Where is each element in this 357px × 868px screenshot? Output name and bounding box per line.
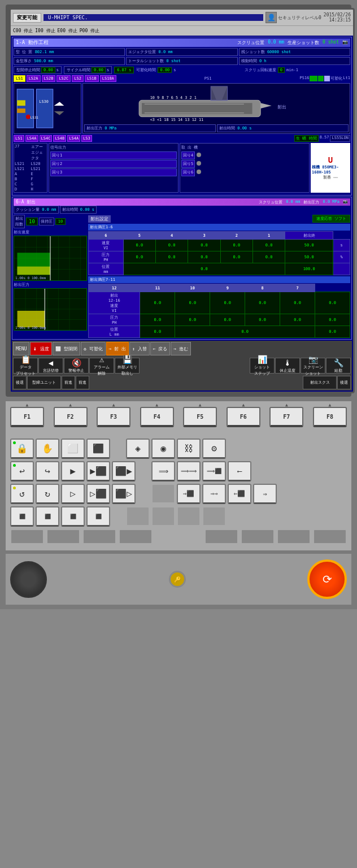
close-btn[interactable]: ⬛ (86, 439, 110, 459)
ph3[interactable]: 0.0 (220, 251, 252, 263)
vi10[interactable]: 0.0 (210, 292, 245, 314)
ls4a2-sec[interactable]: LS4A (67, 135, 80, 142)
back-btn[interactable]: ← 戻る (150, 342, 171, 355)
ph12[interactable]: 0.0 (140, 314, 175, 326)
exchange-btn[interactable]: ↕ 入替 (129, 342, 150, 355)
pos-val[interactable]: 0.0 (123, 263, 285, 275)
ph1[interactable]: 50.0 (285, 251, 333, 263)
ph11[interactable]: 0.0 (175, 314, 210, 326)
lock-btn[interactable]: 🔒 (10, 439, 34, 459)
vi8[interactable]: 0.0 (280, 292, 315, 314)
lang-switch-btn[interactable]: ◀ 言語切替 (38, 358, 63, 374)
ls1-btn[interactable]: LS1 (14, 75, 25, 82)
vi4[interactable]: 0.0 (188, 240, 220, 251)
ls3-sec[interactable]: LS3 (81, 135, 92, 142)
ph6[interactable]: 0.0 (123, 251, 155, 263)
ls2-btn[interactable]: LS2 (72, 75, 84, 82)
vi6[interactable]: 0.0 (123, 240, 155, 251)
blank-nav4[interactable]: ⬛ (86, 506, 110, 527)
double-right-btn[interactable]: ⇒⇒ (202, 484, 226, 504)
sq-play-btn[interactable]: ⬛▷ (112, 484, 136, 504)
f1-key[interactable]: F1 (10, 407, 44, 427)
play-sq-btn[interactable]: ▷⬛ (86, 484, 110, 504)
hand-btn[interactable]: ✋ (36, 439, 59, 459)
play-btn[interactable]: ▶ (61, 461, 85, 481)
ph9[interactable]: 0.0 (245, 314, 280, 326)
vi2[interactable]: 0.0 (253, 240, 285, 251)
pos12[interactable]: 0.0 (140, 326, 175, 338)
grease-btn[interactable]: 🔧 給脂 (326, 358, 351, 374)
f3-key[interactable]: F3 (97, 407, 130, 427)
vi11[interactable]: 0.0 (175, 292, 210, 314)
right-arr2-btn[interactable]: ⟹⟹ (177, 461, 201, 481)
rotate-right-btn1[interactable]: ◈ (126, 439, 150, 459)
temperature-btn[interactable]: 🌡 温度 (30, 342, 52, 355)
vi1[interactable]: 50.0 (285, 240, 333, 251)
vi9[interactable]: 0.0 (245, 292, 280, 314)
advance-btn1[interactable]: 前進 (62, 376, 75, 389)
plasticize-btn[interactable]: ♻ 可塑化 (81, 342, 106, 355)
alarm-stop-btn[interactable]: 🔇 警報停止 (64, 358, 89, 374)
ls2b-btn[interactable]: LS2B (42, 75, 56, 82)
open-square-btn[interactable]: ⬜ (61, 439, 85, 459)
blank-nav3[interactable]: ⬛ (61, 506, 85, 527)
ls2a-btn[interactable]: LS2A (27, 75, 41, 82)
ls4a-sec[interactable]: LS4A (25, 135, 38, 142)
f5-key[interactable]: F5 (183, 407, 217, 427)
data-preset-btn[interactable]: 📋 データプリセット (13, 358, 38, 374)
vi3[interactable]: 0.0 (220, 240, 252, 251)
arrow-ccw-btn[interactable]: ↩ (10, 461, 34, 481)
menu-btn[interactable]: MENU (13, 342, 29, 355)
ph2[interactable]: 0.0 (253, 251, 285, 263)
joystick[interactable] (10, 561, 47, 598)
play-stop-btn[interactable]: ▶⬛ (86, 461, 110, 481)
rotate-left-btn1[interactable]: ◉ (151, 439, 175, 459)
f8-key[interactable]: F8 (313, 407, 347, 427)
alarm-clear-btn[interactable]: ⚠ アラーム解除 (89, 358, 114, 374)
right-arr4-btn[interactable]: ⟵ (228, 461, 251, 481)
chain-right-btn1[interactable]: ⛓ (177, 439, 201, 459)
blank-nav1[interactable]: ⬛ (10, 506, 34, 527)
ph7[interactable]: 0.0 (315, 314, 350, 326)
screenshot-btn[interactable]: 📷 スクリーンショット (301, 358, 325, 374)
arrow-cw-btn[interactable]: ↪ (36, 461, 59, 481)
right-arr3-btn[interactable]: ⟹⬛ (202, 461, 226, 481)
ph5[interactable]: 0.0 (156, 251, 188, 263)
pos7[interactable]: 0.0 (315, 326, 350, 338)
ls1b-btn[interactable]: LS1B (85, 75, 99, 82)
f6-key[interactable]: F6 (227, 407, 260, 427)
ls4b-sec[interactable]: LS4B (53, 135, 66, 142)
retreat-btn[interactable]: 後退 (13, 376, 27, 389)
advance-btn2[interactable]: 前進 (76, 376, 89, 389)
pos-mid[interactable]: 0.0 (175, 326, 315, 338)
retreat-btn2[interactable]: 後退 (337, 376, 351, 389)
vi12[interactable]: 0.0 (140, 292, 175, 314)
ph4[interactable]: 0.0 (188, 251, 220, 263)
right-chain-btn[interactable]: ⇒⬛ (177, 484, 201, 504)
right-only-btn[interactable]: ⇒ (253, 484, 277, 504)
reload-btn[interactable]: ↺ (10, 484, 34, 504)
ext-memory-btn[interactable]: 💾 外部メモリ取出し (115, 358, 140, 374)
pos1[interactable]: 100.0 (285, 263, 333, 275)
ls4c-sec[interactable]: LS4C (40, 135, 53, 142)
reload2-btn[interactable]: ↻ (36, 484, 59, 504)
vi5[interactable]: 0.0 (156, 240, 188, 251)
injection-btn[interactable]: → 射 出 (106, 342, 129, 355)
stop-play-btn[interactable]: ⬛▶ (112, 461, 136, 481)
shot-step-btn[interactable]: 📊 ショットステップ (250, 358, 275, 374)
ls2c-btn[interactable]: LS2C (56, 75, 71, 82)
left-chain-btn[interactable]: ⇐⬛ (228, 484, 251, 504)
play2-btn[interactable]: ▷ (61, 484, 85, 504)
ls1-sec[interactable]: LS1 (14, 135, 24, 142)
injection-screw-btn[interactable]: 射出スクス (303, 376, 337, 389)
ph10[interactable]: 0.0 (210, 314, 245, 326)
blank-nav2[interactable]: ⬛ (36, 506, 59, 527)
ls18a-btn[interactable]: LS18A (100, 75, 116, 82)
forward-btn[interactable]: → 進む (171, 342, 191, 355)
change-save-btn[interactable]: 変更可能 (13, 13, 41, 23)
right-arr1-btn[interactable]: ⟹ (151, 461, 175, 481)
ph8[interactable]: 0.0 (280, 314, 315, 326)
vi7[interactable]: 0.0 (315, 292, 350, 314)
estop-button[interactable]: ⟳ (307, 559, 347, 599)
chain-left-btn1[interactable]: ⚙ (202, 439, 226, 459)
